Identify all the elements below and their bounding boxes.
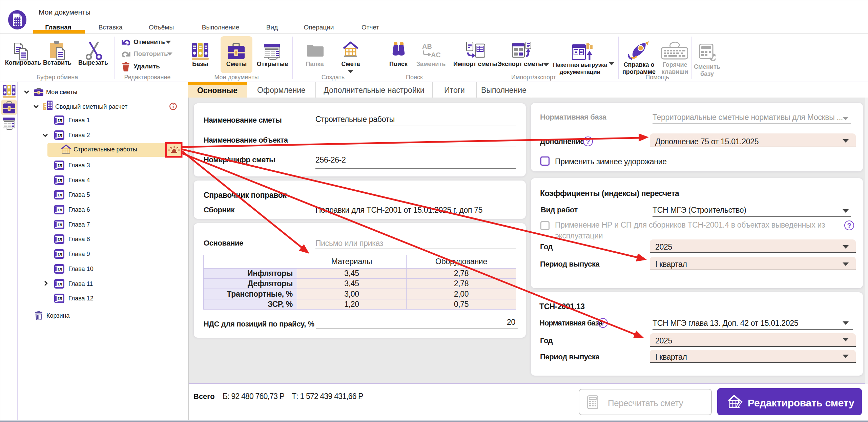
- svg-text:AB: AB: [422, 43, 432, 50]
- svg-text:AC: AC: [431, 51, 440, 58]
